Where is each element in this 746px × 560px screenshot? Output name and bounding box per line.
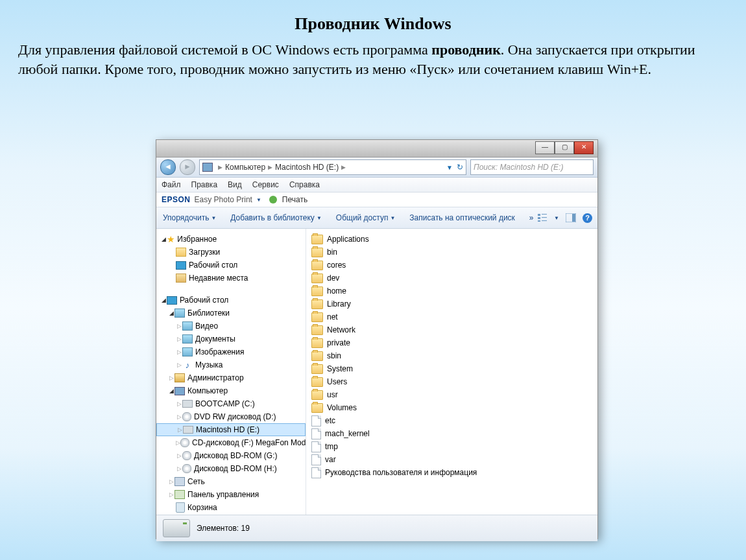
tree-pictures[interactable]: ▷Изображения xyxy=(156,345,306,358)
maximize-button[interactable]: ▢ xyxy=(555,141,574,154)
organize-button[interactable]: Упорядочить▼ xyxy=(163,213,216,222)
tree-desktop-fav[interactable]: Рабочий стол xyxy=(156,259,306,272)
list-item[interactable]: Руководства пользователя и информация xyxy=(306,466,597,479)
menubar: Файл Правка Вид Сервис Справка xyxy=(156,178,597,192)
tree-bdh[interactable]: ▷Дисковод BD-ROM (H:) xyxy=(156,462,306,475)
list-item[interactable]: mach_kernel xyxy=(306,427,597,440)
tree-bdg[interactable]: ▷Дисковод BD-ROM (G:) xyxy=(156,449,306,462)
epson-text[interactable]: Easy Photo Print xyxy=(195,195,252,204)
recycle-icon xyxy=(176,502,185,513)
list-item[interactable]: usr xyxy=(306,388,597,401)
minimize-button[interactable]: — xyxy=(535,141,555,154)
list-item[interactable]: Network xyxy=(306,323,597,336)
tree-macintosh-hd[interactable]: ▷Macintosh HD (E:) xyxy=(156,423,306,436)
list-item[interactable]: tmp xyxy=(306,440,597,453)
list-item[interactable]: private xyxy=(306,336,597,349)
file-icon xyxy=(311,454,321,465)
menu-view[interactable]: Вид xyxy=(228,180,242,189)
dropdown-icon[interactable]: ▼ xyxy=(446,164,453,171)
tree-recent[interactable]: Недавние места xyxy=(156,272,306,285)
disc-icon xyxy=(182,451,191,460)
dropdown-icon[interactable]: ▼ xyxy=(256,197,261,203)
tree-bootcamp[interactable]: ▷BOOTCAMP (C:) xyxy=(156,397,306,410)
close-button[interactable]: ✕ xyxy=(574,141,594,154)
disc-icon xyxy=(182,464,191,473)
folder-icon xyxy=(311,390,323,400)
tree-video[interactable]: ▷Видео xyxy=(156,320,306,332)
folder-icon xyxy=(311,235,323,244)
desktop-icon xyxy=(176,261,186,270)
slide-title: Проводник Windows xyxy=(0,0,746,34)
titlebar[interactable]: — ▢ ✕ xyxy=(156,140,597,158)
file-list[interactable]: Applications bin cores dev home Library … xyxy=(306,229,597,515)
breadcrumb-seg1[interactable]: Компьютер xyxy=(225,163,265,172)
list-item[interactable]: System xyxy=(306,362,597,375)
computer-icon xyxy=(174,387,185,395)
content-area: ◢★ Избранное Загрузки Рабочий стол Недав… xyxy=(156,229,597,515)
svg-rect-7 xyxy=(572,214,575,222)
tree-desktop[interactable]: ◢Рабочий стол xyxy=(156,294,306,307)
menu-file[interactable]: Файл xyxy=(162,180,181,189)
video-icon xyxy=(182,321,193,331)
folder-icon xyxy=(311,312,323,322)
downloads-icon xyxy=(176,248,186,257)
list-item[interactable]: Library xyxy=(306,298,597,310)
folder-icon xyxy=(311,261,323,270)
list-item[interactable]: net xyxy=(306,310,597,323)
add-library-button[interactable]: Добавить в библиотеку▼ xyxy=(230,213,321,222)
folder-icon xyxy=(311,325,323,335)
tree-computer[interactable]: ◢Компьютер xyxy=(156,384,306,397)
list-item[interactable]: Volumes xyxy=(306,401,597,414)
view-options-icon[interactable] xyxy=(537,213,547,222)
dropdown-icon[interactable]: ▼ xyxy=(554,215,559,221)
desktop-icon xyxy=(167,296,177,305)
tree-music[interactable]: ▷♪Музыка xyxy=(156,358,306,371)
recent-icon xyxy=(176,274,186,283)
list-item[interactable]: home xyxy=(306,285,597,298)
slide-body: Для управления файловой системой в ОС Wi… xyxy=(0,34,746,78)
drive-icon xyxy=(182,400,193,408)
tree-libraries[interactable]: ◢Библиотеки xyxy=(156,307,306,320)
list-item[interactable]: sbin xyxy=(306,349,597,362)
svg-rect-5 xyxy=(542,220,547,221)
epson-print[interactable]: Печать xyxy=(282,195,307,204)
list-item[interactable]: var xyxy=(306,453,597,466)
list-item[interactable]: bin xyxy=(306,246,597,259)
preview-pane-icon[interactable] xyxy=(566,213,576,222)
list-item[interactable]: dev xyxy=(306,272,597,285)
breadcrumb-seg2[interactable]: Macintosh HD (E:) xyxy=(275,163,339,172)
tree-favorites[interactable]: ◢★ Избранное xyxy=(156,233,306,246)
epson-toolbar: EPSON Easy Photo Print ▼ Печать xyxy=(156,192,597,207)
command-toolbar: Упорядочить▼ Добавить в библиотеку▼ Общи… xyxy=(156,207,597,229)
list-item[interactable]: etc xyxy=(306,414,597,427)
menu-help[interactable]: Справка xyxy=(289,180,320,189)
list-item[interactable]: Users xyxy=(306,375,597,388)
tree-recycle[interactable]: Корзина xyxy=(156,501,306,514)
share-button[interactable]: Общий доступ▼ xyxy=(336,213,396,222)
tree-cddrive[interactable]: ▷CD-дисковод (F:) MegaFon Modem xyxy=(156,436,306,449)
tree-control-panel[interactable]: ▷Панель управления xyxy=(156,488,306,501)
help-icon[interactable]: ? xyxy=(583,213,592,223)
status-count: Элементов: 19 xyxy=(197,524,250,533)
list-item[interactable]: Applications xyxy=(306,233,597,246)
status-bar: Элементов: 19 xyxy=(156,515,597,541)
tree-documents[interactable]: ▷Документы xyxy=(156,332,306,345)
disc-icon xyxy=(182,412,191,421)
refresh-icon[interactable]: ↻ xyxy=(457,163,463,172)
tree-downloads[interactable]: Загрузки xyxy=(156,246,306,259)
breadcrumb[interactable]: ▶ Компьютер ▶ Macintosh HD (E:) ▶ ▼ ↻ xyxy=(199,159,466,175)
epson-logo: EPSON xyxy=(162,195,191,204)
tree-dvdrw[interactable]: ▷DVD RW дисковод (D:) xyxy=(156,410,306,423)
menu-edit[interactable]: Правка xyxy=(191,180,218,189)
search-input[interactable]: Поиск: Macintosh HD (E:) xyxy=(470,159,594,175)
toolbar-overflow[interactable]: » xyxy=(529,213,534,222)
menu-service[interactable]: Сервис xyxy=(252,180,279,189)
nav-back-button[interactable]: ◄ xyxy=(160,159,176,175)
list-item[interactable]: cores xyxy=(306,259,597,272)
tree-network[interactable]: ▷Сеть xyxy=(156,475,306,488)
tree-admin[interactable]: ▷Администратор xyxy=(156,371,306,384)
navigation-pane[interactable]: ◢★ Избранное Загрузки Рабочий стол Недав… xyxy=(156,229,306,515)
libraries-icon xyxy=(174,309,185,318)
burn-button[interactable]: Записать на оптический диск xyxy=(409,213,515,222)
nav-forward-button[interactable]: ► xyxy=(180,159,195,175)
